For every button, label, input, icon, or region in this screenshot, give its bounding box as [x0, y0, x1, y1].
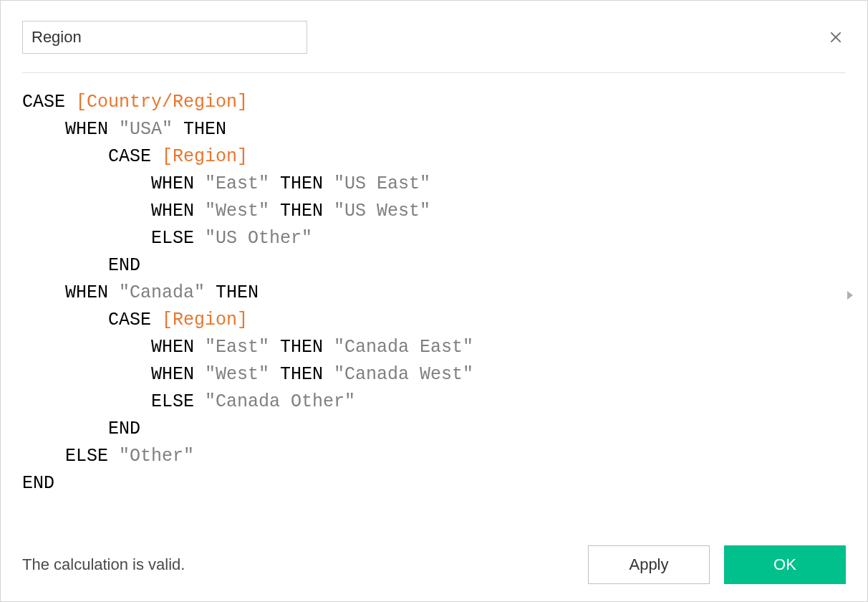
token-str: "Canada East": [334, 337, 473, 358]
validation-message: The calculation is valid.: [22, 555, 185, 574]
expand-functions-button[interactable]: [844, 288, 856, 302]
token-kw: WHEN: [151, 364, 205, 385]
formula-editor[interactable]: CASE [Country/Region] WHEN "USA" THEN CA…: [22, 89, 846, 497]
token-kw: WHEN: [151, 337, 205, 358]
token-str: "East": [205, 173, 269, 194]
token-str: "Canada West": [334, 364, 473, 385]
token-kw: CASE: [108, 310, 162, 330]
token-kw: THEN: [269, 173, 334, 194]
token-kw: ELSE: [151, 391, 205, 412]
token-str: "Canada Other": [205, 391, 355, 412]
token-kw: THEN: [269, 337, 334, 358]
token-str: "West": [205, 364, 269, 385]
token-str: "East": [205, 337, 269, 358]
apply-button[interactable]: Apply: [588, 545, 710, 584]
token-kw: WHEN: [151, 173, 205, 194]
formula-editor-wrap: CASE [Country/Region] WHEN "USA" THEN CA…: [22, 89, 846, 531]
header-divider: [22, 72, 846, 73]
token-str: "US Other": [205, 228, 312, 249]
token-str: "Canada": [119, 282, 205, 303]
token-kw: CASE: [22, 92, 76, 113]
token-kw: ELSE: [65, 446, 119, 467]
token-kw: END: [108, 255, 140, 276]
calculated-field-dialog: CASE [Country/Region] WHEN "USA" THEN CA…: [0, 0, 868, 602]
token-kw: WHEN: [65, 282, 119, 303]
token-kw: WHEN: [151, 201, 205, 221]
dialog-header: [22, 21, 846, 54]
close-icon: [829, 30, 843, 44]
token-kw: THEN: [205, 282, 259, 303]
svg-marker-2: [847, 291, 853, 300]
token-kw: THEN: [269, 364, 334, 385]
close-button[interactable]: [826, 27, 846, 47]
token-kw: END: [108, 419, 140, 439]
token-str: "US East": [334, 173, 430, 194]
token-kw: ELSE: [151, 228, 205, 249]
token-str: "US West": [334, 201, 430, 221]
token-kw: WHEN: [65, 119, 119, 140]
chevron-right-icon: [847, 290, 854, 301]
footer-buttons: Apply OK: [588, 545, 846, 584]
token-field: [Region]: [162, 146, 248, 167]
token-field: [Country/Region]: [76, 92, 248, 113]
token-kw: THEN: [173, 119, 226, 140]
field-name-input[interactable]: [22, 21, 307, 54]
token-kw: CASE: [108, 146, 162, 167]
dialog-footer: The calculation is valid. Apply OK: [22, 531, 846, 584]
token-kw: THEN: [269, 201, 334, 221]
ok-button[interactable]: OK: [724, 545, 846, 584]
token-str: "Other": [119, 446, 194, 467]
token-field: [Region]: [162, 310, 248, 330]
token-str: "West": [205, 201, 269, 221]
token-kw: END: [22, 473, 54, 494]
token-str: "USA": [119, 119, 173, 140]
